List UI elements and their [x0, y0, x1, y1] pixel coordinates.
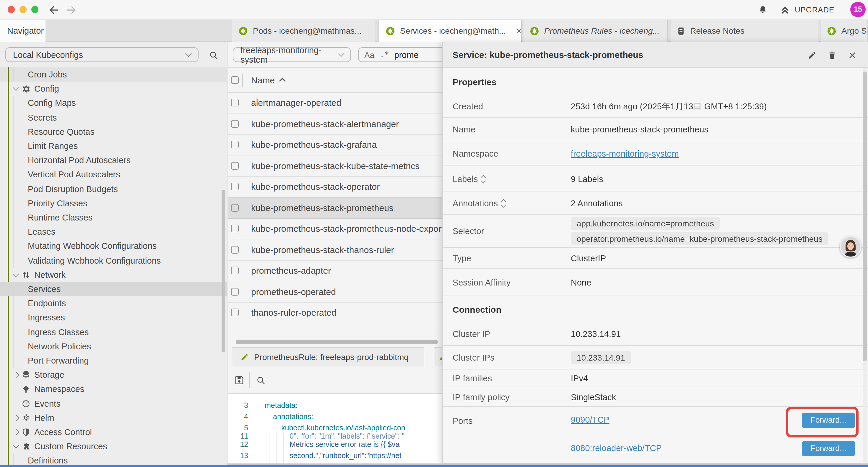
row-checkbox[interactable]: [231, 309, 239, 317]
table-row[interactable]: kube-prometheus-stack-thanos-ruler: [228, 239, 442, 260]
maximize-window-button[interactable]: [31, 6, 38, 13]
table-row[interactable]: kube-prometheus-stack-alertmanager: [228, 114, 442, 135]
sidebar-item-leases[interactable]: Leases: [0, 225, 227, 239]
sidebar-search-icon[interactable]: [208, 50, 219, 60]
table-header[interactable]: Name: [228, 68, 442, 92]
chevron-right-icon[interactable]: [13, 414, 20, 421]
sidebar-item-mutating-webhook-configurations[interactable]: Mutating Webhook Configurations: [0, 239, 227, 253]
row-checkbox[interactable]: [231, 120, 239, 128]
row-checkbox[interactable]: [231, 267, 239, 274]
sidebar-item-config-maps[interactable]: Config Maps: [0, 96, 227, 110]
sidebar-item-namespaces[interactable]: Namespaces: [0, 382, 227, 396]
sidebar-item-network[interactable]: Network: [0, 268, 227, 282]
row-checkbox[interactable]: [231, 204, 239, 212]
drawer-header: Service: kube-prometheus-stack-prometheu…: [442, 42, 868, 68]
table-row[interactable]: prometheus-operated: [228, 282, 442, 302]
row-checkbox[interactable]: [231, 183, 239, 191]
edit-pencil-icon[interactable]: [808, 51, 816, 59]
port-link-8080[interactable]: 8080:reloader-web/TCP: [571, 443, 662, 453]
sidebar-item-limit-ranges[interactable]: Limit Ranges: [0, 139, 227, 153]
chevron-down-icon[interactable]: [13, 270, 20, 277]
regex-toggle[interactable]: .*: [380, 50, 389, 59]
navigator-tab[interactable]: Navigator: [0, 20, 45, 42]
row-checkbox[interactable]: [231, 99, 239, 107]
upgrade-label[interactable]: UPGRADE: [795, 5, 834, 14]
sidebar-item-horizontal-pod-autoscalers[interactable]: Horizontal Pod Autoscalers: [0, 153, 227, 167]
minimize-window-button[interactable]: [20, 6, 27, 13]
yaml-editor[interactable]: 3metadata:4annotations:5kubectl.kubernet…: [228, 394, 442, 465]
sidebar-item-priority-classes[interactable]: Priority Classes: [0, 196, 227, 210]
select-all-checkbox[interactable]: [231, 76, 239, 84]
sidebar-item-custom-resources[interactable]: Custom Resources: [0, 439, 227, 454]
sort-updown-icon[interactable]: [501, 200, 505, 207]
app-tab-4[interactable]: Argo Se: [821, 20, 868, 42]
sidebar-item-cron-jobs[interactable]: Cron Jobs: [0, 67, 227, 82]
notification-count-badge[interactable]: 15: [850, 2, 866, 17]
chevron-right-icon[interactable]: [13, 429, 20, 436]
chevron-right-icon[interactable]: [13, 372, 20, 378]
table-row[interactable]: kube-prometheus-stack-prometheus-node-ex…: [228, 218, 442, 239]
row-checkbox[interactable]: [231, 246, 239, 254]
horizontal-scrollbar[interactable]: [236, 340, 438, 344]
dock-tab-prometheusrule[interactable]: PrometheusRule: freeleaps-prod-rabbitmq: [231, 347, 424, 367]
bell-icon[interactable]: [757, 4, 769, 16]
close-tab-icon[interactable]: ×: [517, 26, 521, 36]
forward-arrow-icon[interactable]: [65, 4, 78, 17]
sidebar-item-network-policies[interactable]: Network Policies: [0, 339, 227, 353]
sidebar-item-ingress-classes[interactable]: Ingress Classes: [0, 325, 227, 339]
table-row[interactable]: kube-prometheus-stack-grafana: [228, 135, 442, 155]
row-checkbox[interactable]: [231, 225, 239, 233]
search-input[interactable]: Aa .* prome: [358, 47, 442, 62]
chevron-down-icon[interactable]: [13, 84, 20, 91]
sidebar-item-port-forwarding[interactable]: Port Forwarding: [0, 353, 227, 368]
sidebar-item-validating-webhook-configurations[interactable]: Validating Webhook Configurations: [0, 253, 227, 267]
sidebar-item-vertical-pod-autoscalers[interactable]: Vertical Pod Autoscalers: [0, 168, 227, 182]
table-row[interactable]: kube-prometheus-stack-operator: [228, 176, 442, 198]
sidebar-item-access-control[interactable]: Access Control: [0, 425, 227, 439]
sidebar-item-runtime-classes[interactable]: Runtime Classes: [0, 210, 227, 225]
app-tab-3[interactable]: Release Notes: [671, 20, 818, 42]
sidebar-item-helm[interactable]: Helm: [0, 411, 227, 425]
app-tab-1[interactable]: Services - icecheng@math...×: [379, 20, 521, 42]
code-token[interactable]: https://net: [369, 451, 402, 460]
save-icon[interactable]: [233, 373, 246, 387]
chevron-down-icon[interactable]: [13, 442, 20, 449]
namespace-link[interactable]: freeleaps-monitoring-system: [571, 149, 679, 158]
sidebar-item-config[interactable]: Config: [0, 82, 227, 96]
sidebar-item-endpoints[interactable]: Endpoints: [0, 296, 227, 310]
upgrade-icon[interactable]: [779, 4, 790, 16]
row-checkbox[interactable]: [231, 162, 239, 170]
table-row[interactable]: alertmanager-operated: [228, 92, 442, 114]
sidebar-item-storage[interactable]: Storage: [0, 368, 227, 382]
sidebar-item-resource-quotas[interactable]: Resource Quotas: [0, 125, 227, 139]
delete-trash-icon[interactable]: [828, 51, 837, 59]
forward-button[interactable]: Forward...: [802, 441, 855, 456]
drawer-scrollbar[interactable]: [862, 71, 867, 361]
dock-tab-hidden[interactable]: [434, 347, 442, 367]
name-column-header[interactable]: Name: [251, 75, 275, 85]
app-tab-2[interactable]: Prometheus Rules - icecheng...: [524, 20, 668, 42]
table-row[interactable]: kube-prometheus-stack-prometheus: [228, 198, 442, 218]
sidebar-item-secrets[interactable]: Secrets: [0, 110, 227, 124]
table-row[interactable]: kube-prometheus-stack-kube-state-metrics: [228, 155, 442, 176]
editor-search-icon[interactable]: [254, 373, 267, 387]
kubeconfig-select[interactable]: Local Kubeconfigs: [5, 47, 198, 62]
sidebar-item-pod-disruption-budgets[interactable]: Pod Disruption Budgets: [0, 182, 227, 196]
close-window-button[interactable]: [8, 6, 15, 13]
port-link-9090[interactable]: 9090/TCP: [571, 415, 610, 425]
table-row[interactable]: thanos-ruler-operated: [228, 302, 442, 323]
row-checkbox[interactable]: [231, 141, 239, 149]
match-case-toggle[interactable]: Aa: [364, 50, 374, 59]
back-arrow-icon[interactable]: [47, 4, 60, 17]
sort-updown-icon[interactable]: [481, 176, 485, 183]
sidebar-item-ingresses[interactable]: Ingresses: [0, 311, 227, 325]
app-tab-0[interactable]: Pods - icecheng@mathmas...: [232, 20, 375, 42]
sidebar-item-services[interactable]: Services: [0, 282, 227, 296]
close-icon[interactable]: [848, 51, 857, 59]
table-row[interactable]: prometheus-adapter: [228, 260, 442, 282]
sidebar-item-events[interactable]: Events: [0, 396, 227, 411]
sidebar-item-definitions[interactable]: Definitions: [0, 454, 227, 465]
sidebar-scrollbar[interactable]: [222, 190, 225, 352]
namespace-select[interactable]: freeleaps-monitoring-system: [233, 47, 351, 62]
row-checkbox[interactable]: [231, 288, 239, 296]
